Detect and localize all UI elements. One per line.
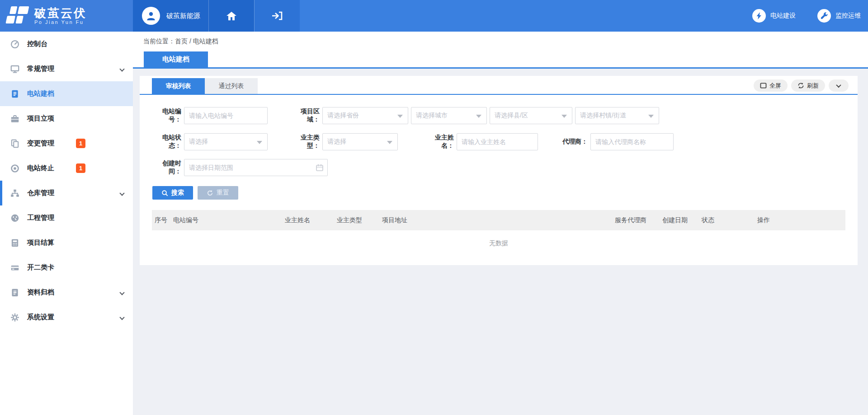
- main-content: 当前位置：首页 / 电站建档 电站建档 审核列表 通过列表 全屏: [133, 32, 868, 415]
- brand-title: 破茧云伏: [34, 7, 87, 19]
- nav-monitor-ops[interactable]: 监控运维: [817, 9, 861, 23]
- fullscreen-button[interactable]: 全屏: [754, 79, 788, 92]
- search-icon: [161, 190, 168, 196]
- chevron-down-icon: [119, 191, 124, 196]
- city-select[interactable]: 请选择城市: [411, 107, 487, 124]
- archive-icon: [10, 288, 20, 298]
- calculator-icon: [10, 238, 20, 248]
- collapse-button[interactable]: [829, 79, 849, 92]
- nav-station-build-label: 电站建设: [770, 12, 796, 20]
- col-station-no: 电站编号: [170, 216, 282, 224]
- dashboard-icon: [10, 39, 20, 49]
- sidebar-item-station-archive[interactable]: 电站建档: [0, 81, 133, 106]
- date-range-input[interactable]: [184, 159, 328, 176]
- station-termination-badge: 1: [76, 163, 85, 173]
- reset-button[interactable]: 重置: [198, 186, 238, 200]
- sitemap-icon: [10, 188, 20, 198]
- user-menu[interactable]: 破茧新能源: [133, 0, 208, 32]
- nav-station-build[interactable]: 电站建设: [752, 9, 796, 23]
- caret-down-icon: [561, 115, 567, 118]
- logout-button[interactable]: [254, 0, 300, 32]
- active-edge-indicator: [0, 181, 2, 205]
- sidebar-item-open-card[interactable]: 开二类卡: [0, 255, 133, 280]
- col-create-date: 创建日期: [660, 216, 699, 224]
- sidebar-item-warehouse-mgmt[interactable]: 仓库管理: [0, 181, 133, 205]
- caret-down-icon: [476, 115, 481, 118]
- copy-icon: [10, 139, 20, 149]
- brand-logo-icon: [5, 6, 31, 25]
- brand-logo: 破茧云伏 Po Jian Yun Fu: [0, 0, 133, 32]
- agent-input[interactable]: [590, 133, 674, 150]
- home-icon: [226, 11, 237, 21]
- sidebar-item-station-termination[interactable]: 电站终止 1: [0, 156, 133, 181]
- col-seq: 序号: [152, 216, 170, 224]
- station-no-input[interactable]: [184, 107, 268, 124]
- content-panel: 审核列表 通过列表 全屏 刷新: [140, 76, 858, 265]
- table-header-row: 序号 电站编号 业主姓名 业主类型 项目地址 服务代理商 创建日期 状态 操作: [152, 210, 845, 230]
- enter-arrow-icon: [271, 11, 283, 21]
- caret-down-icon: [257, 141, 262, 144]
- town-select[interactable]: 请选择村镇/街道: [575, 107, 659, 124]
- station-no-label: 电站编号：: [152, 107, 181, 124]
- province-select[interactable]: 请选择省份: [322, 107, 408, 124]
- filter-actions: 搜索 重置: [152, 186, 238, 200]
- col-owner-name: 业主姓名: [282, 216, 334, 224]
- reset-icon: [207, 190, 213, 196]
- caret-down-icon: [387, 141, 392, 144]
- owner-name-label: 业主姓名：: [424, 134, 454, 150]
- briefcase-icon: [10, 114, 20, 124]
- filter-row-1: 电站编号： 项目区域： 请选择省份 请选择城市 请选择县/区 请选择村镇/街道: [152, 107, 659, 124]
- col-project-address: 项目地址: [379, 216, 612, 224]
- panel-tab-bar: 审核列表 通过列表 全屏 刷新: [140, 76, 858, 95]
- station-status-select[interactable]: 请选择: [184, 133, 268, 150]
- col-owner-type: 业主类型: [334, 216, 379, 224]
- chevron-down-icon: [119, 290, 124, 295]
- lightning-icon: [755, 12, 763, 20]
- target-icon: [10, 163, 20, 173]
- caret-down-icon: [648, 115, 654, 118]
- agent-label: 代理商：: [561, 138, 588, 146]
- search-button[interactable]: 搜索: [152, 186, 193, 200]
- results-table: 序号 电站编号 业主姓名 业主类型 项目地址 服务代理商 创建日期 状态 操作 …: [152, 210, 845, 247]
- breadcrumb: 当前位置：首页 / 电站建档: [143, 37, 218, 46]
- chevron-down-icon: [836, 82, 841, 87]
- sidebar-item-general-mgmt[interactable]: 常规管理: [0, 56, 133, 81]
- station-status-label: 电站状态：: [152, 134, 181, 150]
- sidebar-item-change-mgmt[interactable]: 变更管理 1: [0, 131, 133, 156]
- sidebar: 控制台 常规管理 电站建档 项目立项 变更管理 1: [0, 32, 133, 415]
- sidebar-item-project-settlement[interactable]: 项目结算: [0, 230, 133, 255]
- home-button[interactable]: [208, 0, 254, 32]
- sidebar-item-console[interactable]: 控制台: [0, 32, 133, 56]
- avatar[interactable]: [142, 7, 160, 25]
- tab-review-list[interactable]: 审核列表: [152, 78, 205, 94]
- calendar-icon: [316, 163, 324, 172]
- create-time-label: 创建时间：: [152, 159, 181, 176]
- gauge-icon: [10, 213, 20, 223]
- sidebar-item-engineering-mgmt[interactable]: 工程管理: [0, 205, 133, 230]
- page-tab-station-archive[interactable]: 电站建档: [144, 51, 208, 67]
- tab-approved-list[interactable]: 通过列表: [205, 78, 258, 94]
- change-mgmt-badge: 1: [76, 139, 85, 148]
- gear-icon: [10, 312, 20, 322]
- district-select[interactable]: 请选择县/区: [490, 107, 572, 124]
- region-label: 项目区域：: [290, 107, 320, 124]
- refresh-button[interactable]: 刷新: [791, 79, 825, 92]
- sidebar-item-system-settings[interactable]: 系统设置: [0, 305, 133, 330]
- caret-down-icon: [397, 115, 403, 118]
- breadcrumb-bar: 当前位置：首页 / 电站建档 电站建档: [133, 32, 868, 69]
- sidebar-item-data-archive[interactable]: 资料归档: [0, 280, 133, 305]
- company-name: 破茧新能源: [166, 12, 200, 20]
- breadcrumb-path[interactable]: 首页 / 电站建档: [175, 37, 218, 45]
- monitor-icon: [10, 64, 20, 74]
- owner-type-label: 业主类型：: [290, 134, 320, 150]
- owner-type-select[interactable]: 请选择: [322, 133, 398, 150]
- app-header: 破茧云伏 Po Jian Yun Fu 破茧新能源: [0, 0, 868, 32]
- col-status: 状态: [699, 216, 755, 224]
- refresh-icon: [797, 82, 804, 89]
- col-service-agent: 服务代理商: [612, 216, 660, 224]
- user-icon: [146, 10, 156, 21]
- owner-name-input[interactable]: [457, 133, 538, 150]
- brand-subtitle: Po Jian Yun Fu: [34, 19, 87, 25]
- sidebar-item-project-initiation[interactable]: 项目立项: [0, 106, 133, 131]
- col-actions: 操作: [755, 216, 845, 224]
